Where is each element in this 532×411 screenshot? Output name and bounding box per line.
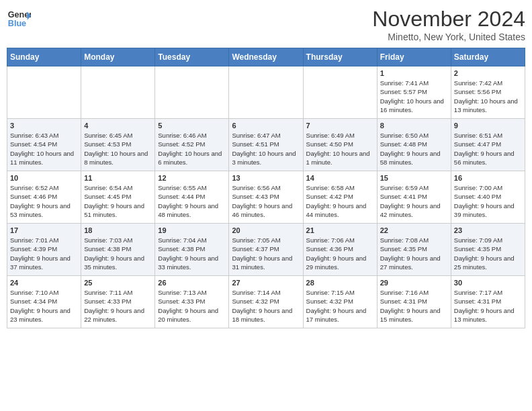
day-number: 27 — [232, 279, 300, 287]
calendar-cell: 22Sunrise: 7:08 AM Sunset: 4:35 PM Dayli… — [377, 224, 451, 276]
day-info: Sunrise: 7:13 AM Sunset: 4:33 PM Dayligh… — [158, 288, 226, 324]
calendar-cell: 19Sunrise: 7:04 AM Sunset: 4:38 PM Dayli… — [155, 224, 229, 276]
calendar-week-row: 17Sunrise: 7:01 AM Sunset: 4:39 PM Dayli… — [7, 224, 525, 276]
day-number: 1 — [380, 69, 448, 77]
day-info: Sunrise: 6:56 AM Sunset: 4:43 PM Dayligh… — [232, 183, 300, 219]
calendar-cell: 24Sunrise: 7:10 AM Sunset: 4:34 PM Dayli… — [7, 276, 81, 328]
day-info: Sunrise: 7:09 AM Sunset: 4:35 PM Dayligh… — [454, 236, 522, 271]
day-number: 16 — [454, 174, 522, 182]
day-number: 24 — [10, 279, 78, 287]
calendar-cell: 16Sunrise: 7:00 AM Sunset: 4:40 PM Dayli… — [451, 171, 525, 224]
title-section: November 2024 Minetto, New York, United … — [372, 7, 525, 42]
day-info: Sunrise: 6:47 AM Sunset: 4:51 PM Dayligh… — [232, 131, 300, 167]
calendar-cell: 5Sunrise: 6:46 AM Sunset: 4:52 PM Daylig… — [155, 119, 229, 171]
location: Minetto, New York, United States — [372, 32, 525, 42]
day-info: Sunrise: 7:11 AM Sunset: 4:33 PM Dayligh… — [84, 288, 152, 324]
day-number: 17 — [10, 226, 78, 234]
day-info: Sunrise: 6:55 AM Sunset: 4:44 PM Dayligh… — [158, 183, 226, 219]
calendar-table: SundayMondayTuesdayWednesdayThursdayFrid… — [7, 48, 525, 328]
day-info: Sunrise: 7:14 AM Sunset: 4:32 PM Dayligh… — [232, 288, 300, 324]
calendar-cell: 14Sunrise: 6:58 AM Sunset: 4:42 PM Dayli… — [303, 171, 377, 224]
calendar-cell: 21Sunrise: 7:06 AM Sunset: 4:36 PM Dayli… — [303, 224, 377, 276]
day-info: Sunrise: 7:16 AM Sunset: 4:31 PM Dayligh… — [380, 288, 448, 324]
logo-icon: General Blue — [7, 7, 31, 31]
day-number: 18 — [84, 226, 152, 234]
day-number: 10 — [10, 174, 78, 182]
day-number: 4 — [84, 122, 152, 130]
day-info: Sunrise: 6:49 AM Sunset: 4:50 PM Dayligh… — [306, 131, 374, 167]
calendar-cell: 10Sunrise: 6:52 AM Sunset: 4:46 PM Dayli… — [7, 171, 81, 224]
calendar-cell: 7Sunrise: 6:49 AM Sunset: 4:50 PM Daylig… — [303, 119, 377, 171]
calendar-cell: 17Sunrise: 7:01 AM Sunset: 4:39 PM Dayli… — [7, 224, 81, 276]
calendar-cell: 28Sunrise: 7:15 AM Sunset: 4:32 PM Dayli… — [303, 276, 377, 328]
calendar-cell — [7, 66, 81, 119]
day-number: 25 — [84, 279, 152, 287]
day-number: 26 — [158, 279, 226, 287]
day-number: 23 — [454, 226, 522, 234]
calendar-cell: 13Sunrise: 6:56 AM Sunset: 4:43 PM Dayli… — [229, 171, 303, 224]
weekday-header: Thursday — [303, 48, 377, 66]
day-info: Sunrise: 6:46 AM Sunset: 4:52 PM Dayligh… — [158, 131, 226, 167]
calendar-cell — [81, 66, 155, 119]
day-info: Sunrise: 7:01 AM Sunset: 4:39 PM Dayligh… — [10, 236, 78, 271]
weekday-header: Wednesday — [229, 48, 303, 66]
calendar-cell — [303, 66, 377, 119]
calendar-cell: 25Sunrise: 7:11 AM Sunset: 4:33 PM Dayli… — [81, 276, 155, 328]
day-info: Sunrise: 7:15 AM Sunset: 4:32 PM Dayligh… — [306, 288, 374, 324]
day-info: Sunrise: 7:06 AM Sunset: 4:36 PM Dayligh… — [306, 236, 374, 271]
calendar-cell: 1Sunrise: 7:41 AM Sunset: 5:57 PM Daylig… — [377, 66, 451, 119]
day-info: Sunrise: 6:54 AM Sunset: 4:45 PM Dayligh… — [84, 183, 152, 219]
calendar-cell: 20Sunrise: 7:05 AM Sunset: 4:37 PM Dayli… — [229, 224, 303, 276]
calendar-cell: 4Sunrise: 6:45 AM Sunset: 4:53 PM Daylig… — [81, 119, 155, 171]
calendar-cell — [155, 66, 229, 119]
day-info: Sunrise: 6:52 AM Sunset: 4:46 PM Dayligh… — [10, 183, 78, 219]
day-number: 20 — [232, 226, 300, 234]
calendar-cell: 12Sunrise: 6:55 AM Sunset: 4:44 PM Dayli… — [155, 171, 229, 224]
day-info: Sunrise: 7:41 AM Sunset: 5:57 PM Dayligh… — [380, 79, 448, 114]
logo: General Blue — [7, 7, 31, 31]
calendar-week-row: 10Sunrise: 6:52 AM Sunset: 4:46 PM Dayli… — [7, 171, 525, 224]
day-info: Sunrise: 7:03 AM Sunset: 4:38 PM Dayligh… — [84, 236, 152, 271]
weekday-header: Monday — [81, 48, 155, 66]
calendar-cell: 23Sunrise: 7:09 AM Sunset: 4:35 PM Dayli… — [451, 224, 525, 276]
day-info: Sunrise: 7:00 AM Sunset: 4:40 PM Dayligh… — [454, 183, 522, 219]
day-number: 22 — [380, 226, 448, 234]
weekday-header: Saturday — [451, 48, 525, 66]
calendar-cell: 18Sunrise: 7:03 AM Sunset: 4:38 PM Dayli… — [81, 224, 155, 276]
day-number: 6 — [232, 122, 300, 130]
day-number: 11 — [84, 174, 152, 182]
day-number: 13 — [232, 174, 300, 182]
day-info: Sunrise: 6:45 AM Sunset: 4:53 PM Dayligh… — [84, 131, 152, 167]
day-number: 21 — [306, 226, 374, 234]
day-number: 12 — [158, 174, 226, 182]
day-info: Sunrise: 6:50 AM Sunset: 4:48 PM Dayligh… — [380, 131, 448, 167]
weekday-header-row: SundayMondayTuesdayWednesdayThursdayFrid… — [7, 48, 525, 66]
calendar-week-row: 3Sunrise: 6:43 AM Sunset: 4:54 PM Daylig… — [7, 119, 525, 171]
day-number: 19 — [158, 226, 226, 234]
calendar-cell: 6Sunrise: 6:47 AM Sunset: 4:51 PM Daylig… — [229, 119, 303, 171]
calendar-cell — [229, 66, 303, 119]
day-info: Sunrise: 7:42 AM Sunset: 5:56 PM Dayligh… — [454, 79, 522, 114]
calendar-cell: 27Sunrise: 7:14 AM Sunset: 4:32 PM Dayli… — [229, 276, 303, 328]
day-number: 28 — [306, 279, 374, 287]
day-number: 2 — [454, 69, 522, 77]
calendar-week-row: 24Sunrise: 7:10 AM Sunset: 4:34 PM Dayli… — [7, 276, 525, 328]
day-info: Sunrise: 6:43 AM Sunset: 4:54 PM Dayligh… — [10, 131, 78, 167]
day-number: 8 — [380, 122, 448, 130]
calendar-cell: 29Sunrise: 7:16 AM Sunset: 4:31 PM Dayli… — [377, 276, 451, 328]
calendar-cell: 8Sunrise: 6:50 AM Sunset: 4:48 PM Daylig… — [377, 119, 451, 171]
day-info: Sunrise: 7:08 AM Sunset: 4:35 PM Dayligh… — [380, 236, 448, 271]
calendar-cell: 15Sunrise: 6:59 AM Sunset: 4:41 PM Dayli… — [377, 171, 451, 224]
day-number: 7 — [306, 122, 374, 130]
day-number: 9 — [454, 122, 522, 130]
day-info: Sunrise: 6:58 AM Sunset: 4:42 PM Dayligh… — [306, 183, 374, 219]
weekday-header: Friday — [377, 48, 451, 66]
day-number: 29 — [380, 279, 448, 287]
day-info: Sunrise: 6:51 AM Sunset: 4:47 PM Dayligh… — [454, 131, 522, 167]
day-info: Sunrise: 7:10 AM Sunset: 4:34 PM Dayligh… — [10, 288, 78, 324]
calendar-cell: 9Sunrise: 6:51 AM Sunset: 4:47 PM Daylig… — [451, 119, 525, 171]
calendar-cell: 26Sunrise: 7:13 AM Sunset: 4:33 PM Dayli… — [155, 276, 229, 328]
day-info: Sunrise: 7:05 AM Sunset: 4:37 PM Dayligh… — [232, 236, 300, 271]
day-number: 14 — [306, 174, 374, 182]
month-title: November 2024 — [372, 7, 525, 32]
